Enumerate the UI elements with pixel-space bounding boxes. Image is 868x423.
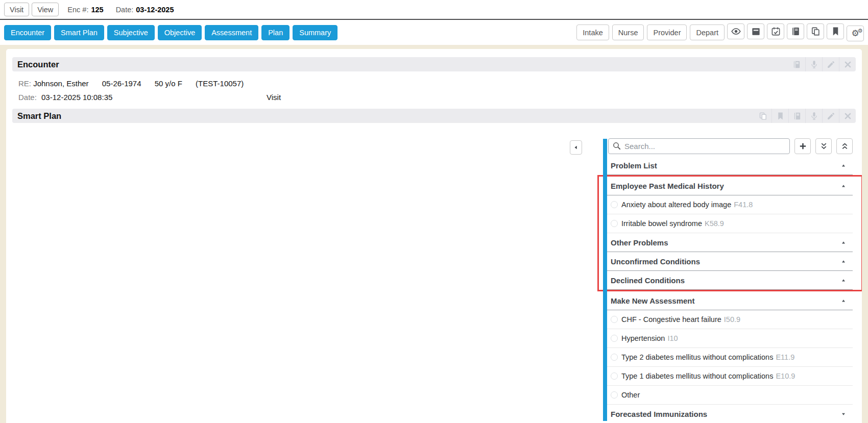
caret-down-icon bbox=[840, 412, 847, 416]
copy-icon bbox=[759, 112, 767, 120]
section-label: Employee Past Medical History bbox=[611, 182, 724, 190]
caret-up-icon bbox=[840, 298, 847, 303]
calendar-check-button[interactable] bbox=[767, 23, 784, 39]
section-header-other-problems[interactable]: Other Problems bbox=[604, 233, 853, 252]
item-name: Other bbox=[621, 391, 640, 399]
add-button[interactable] bbox=[794, 138, 811, 154]
collapse-all-button[interactable] bbox=[836, 138, 853, 154]
encounter-date-line: Date: 03-12-2025 10:08:35 Visit bbox=[18, 93, 862, 102]
list-item[interactable]: Irritable bowel syndromeK58.9 bbox=[604, 214, 853, 233]
stage-buttons: IntakeNurseProviderDepart bbox=[573, 24, 725, 40]
radio-icon[interactable] bbox=[611, 335, 618, 342]
calendar-check-icon bbox=[771, 27, 781, 36]
book-icon bbox=[792, 60, 801, 69]
radio-icon[interactable] bbox=[611, 220, 618, 227]
item-code: K58.9 bbox=[705, 219, 724, 228]
caret-up-icon bbox=[840, 163, 847, 168]
item-code: E10.9 bbox=[776, 372, 795, 380]
radio-icon[interactable] bbox=[611, 201, 618, 208]
book-button[interactable] bbox=[788, 57, 805, 71]
expand-all-button[interactable] bbox=[815, 138, 832, 154]
pencil-button[interactable] bbox=[822, 57, 839, 71]
chevrons-up-icon bbox=[840, 142, 849, 151]
section-header-forecasted-immunizations[interactable]: Forecasted Immunizations bbox=[604, 405, 853, 421]
sections-before: Problem List bbox=[604, 156, 853, 175]
smart-plan-header-icons bbox=[755, 109, 856, 123]
bookmark-button[interactable] bbox=[827, 23, 844, 39]
chevrons-down-icon bbox=[819, 142, 828, 151]
section-label: Problem List bbox=[611, 161, 657, 170]
list-item[interactable]: Other bbox=[604, 386, 853, 405]
microphone-button[interactable] bbox=[805, 109, 822, 123]
tab-assessment[interactable]: Assessment bbox=[205, 25, 258, 40]
tab-objective[interactable]: Objective bbox=[158, 25, 202, 40]
section-header-declined-conditions[interactable]: Declined Conditions bbox=[604, 271, 853, 290]
main-panel: Encounter RE: Johnson, Esther 05-26-1974… bbox=[6, 49, 862, 423]
item-code: I50.9 bbox=[724, 315, 740, 324]
radio-icon[interactable] bbox=[611, 372, 618, 380]
encounter-header-bar: Encounter bbox=[12, 57, 856, 71]
bookmark-button[interactable] bbox=[771, 109, 788, 123]
item-code: F41.8 bbox=[734, 201, 753, 209]
close-icon bbox=[843, 112, 852, 120]
problem-list: Problem List Employee Past Medical Histo… bbox=[604, 156, 853, 421]
book-button[interactable] bbox=[787, 23, 804, 39]
list-item[interactable]: HypertensionI10 bbox=[604, 329, 853, 348]
list-item[interactable]: Type 1 diabetes mellitus without complic… bbox=[604, 367, 853, 386]
depart-button[interactable]: Depart bbox=[690, 24, 725, 40]
section-header-unconfirmed-conditions[interactable]: Unconfirmed Conditions bbox=[604, 252, 853, 271]
tab-encounter[interactable]: Encounter bbox=[4, 25, 51, 40]
patient-dob: 05-26-1974 bbox=[102, 79, 141, 88]
caret-up-icon bbox=[840, 259, 847, 264]
pencil-icon bbox=[827, 60, 835, 69]
archive-button[interactable] bbox=[747, 23, 764, 39]
section-header-make-new-assessment[interactable]: Make New Assessment bbox=[604, 291, 853, 310]
provider-button[interactable]: Provider bbox=[647, 24, 687, 40]
visit-button[interactable]: Visit bbox=[4, 3, 29, 16]
microphone-icon bbox=[810, 112, 818, 120]
toolbar-right: IntakeNurseProviderDepart ⚙⚙ bbox=[573, 23, 864, 41]
section-label: Make New Assessment bbox=[611, 296, 695, 305]
copy-button[interactable] bbox=[755, 109, 771, 123]
intake-button[interactable]: Intake bbox=[576, 24, 609, 40]
microphone-icon bbox=[810, 60, 818, 69]
close-button[interactable] bbox=[839, 109, 856, 123]
radio-icon[interactable] bbox=[611, 354, 618, 361]
radio-icon[interactable] bbox=[611, 391, 618, 399]
copy-button[interactable] bbox=[807, 23, 824, 39]
archive-icon bbox=[751, 27, 761, 36]
nav-buttons: EncounterSmart PlanSubjectiveObjectiveAs… bbox=[4, 25, 341, 40]
nurse-button[interactable]: Nurse bbox=[612, 24, 644, 40]
gears-icon: ⚙⚙ bbox=[851, 29, 859, 38]
book-icon bbox=[793, 112, 802, 120]
microphone-button[interactable] bbox=[805, 57, 822, 71]
patient-info-line: RE: Johnson, Esther 05-26-1974 50 y/o F … bbox=[18, 79, 862, 88]
close-button[interactable] bbox=[839, 57, 856, 71]
tab-summary[interactable]: Summary bbox=[293, 25, 337, 40]
tab-subjective[interactable]: Subjective bbox=[107, 25, 155, 40]
item-name: CHF - Congestive heart failure bbox=[621, 315, 721, 324]
main-toolbar: EncounterSmart PlanSubjectiveObjectiveAs… bbox=[0, 20, 868, 45]
item-code: E11.9 bbox=[776, 353, 794, 361]
bookmark-icon bbox=[831, 27, 840, 36]
list-item[interactable]: Type 2 diabetes mellitus without complic… bbox=[604, 348, 853, 367]
radio-icon[interactable] bbox=[611, 316, 618, 323]
section-header-employee-past-medical-history[interactable]: Employee Past Medical History bbox=[604, 177, 853, 195]
gears-button[interactable]: ⚙⚙ bbox=[847, 26, 864, 41]
eye-button[interactable] bbox=[727, 23, 744, 39]
section-header-problem-list[interactable]: Problem List bbox=[604, 156, 853, 175]
visit-type: Visit bbox=[267, 93, 281, 102]
panel-accent-bar bbox=[603, 139, 607, 421]
panel-collapse-button[interactable] bbox=[570, 140, 582, 155]
view-button[interactable]: View bbox=[32, 3, 59, 16]
list-item[interactable]: CHF - Congestive heart failureI50.9 bbox=[604, 310, 853, 329]
enc-date-value: 03-12-2025 bbox=[136, 6, 174, 14]
search-input[interactable] bbox=[608, 138, 790, 154]
tab-plan[interactable]: Plan bbox=[261, 25, 290, 40]
list-item[interactable]: Anxiety about altered body imageF41.8 bbox=[604, 195, 853, 214]
smart-plan-section: Smart Plan Problem List Employe bbox=[6, 109, 862, 421]
plus-icon bbox=[799, 142, 807, 151]
tab-smart-plan[interactable]: Smart Plan bbox=[54, 25, 104, 40]
pencil-button[interactable] bbox=[822, 109, 839, 123]
book-button[interactable] bbox=[788, 109, 805, 123]
